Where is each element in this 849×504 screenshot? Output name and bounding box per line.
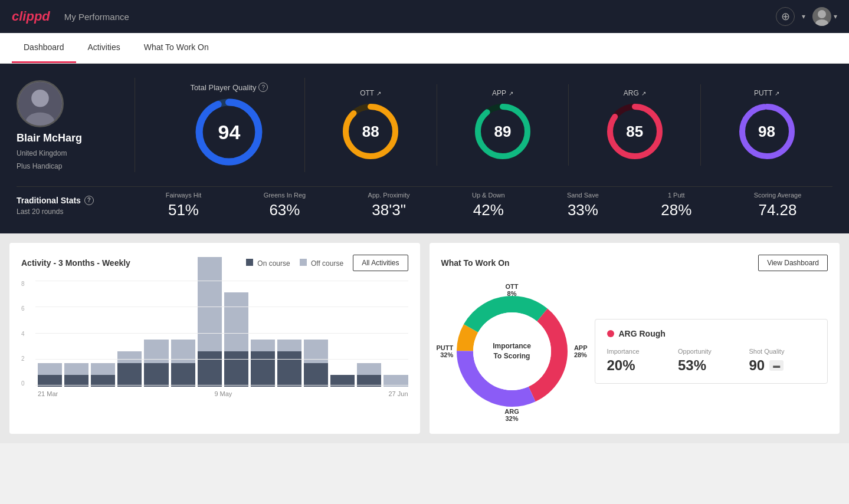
stat-items: Fairways Hit 51% Greens In Reg 63% App. …: [135, 192, 832, 219]
stat-proximity-value: 38'3": [372, 201, 406, 219]
chart-legend: On course Off course: [246, 259, 343, 268]
arg-segment-label: ARG 32%: [504, 408, 519, 422]
bar-top: [171, 340, 195, 363]
header-right: ⊕ ▾ ▾: [776, 7, 837, 26]
bar-group-6: [198, 257, 222, 387]
stat-updown-value: 42%: [473, 201, 504, 219]
activity-panel: Activity - 3 Months - Weekly On course O…: [9, 243, 420, 434]
info-importance-label: Importance: [607, 348, 674, 355]
bar-group-2: [91, 363, 115, 387]
stat-sandsave-label: Sand Save: [567, 192, 599, 199]
bar-top: [117, 351, 142, 363]
bar-top: [38, 363, 62, 375]
info-icon[interactable]: ?: [258, 83, 268, 92]
stat-fairways: Fairways Hit 51%: [166, 192, 202, 219]
player-info: Blair McHarg United Kingdom Plus Handica…: [17, 80, 135, 170]
stat-updown-label: Up & Down: [472, 192, 505, 199]
info-card-title: ARG Rough: [607, 329, 816, 338]
on-course-legend-label: On course: [257, 259, 290, 268]
all-activities-button[interactable]: All Activities: [353, 255, 408, 271]
svg-point-0: [818, 10, 826, 18]
view-dashboard-button[interactable]: View Dashboard: [758, 255, 828, 271]
tab-what-to-work-on[interactable]: What To Work On: [132, 33, 221, 63]
add-button[interactable]: ⊕: [776, 7, 795, 26]
avatar: [812, 7, 831, 26]
plus-icon: ⊕: [781, 10, 790, 23]
stat-scoring-value: 74.28: [758, 201, 796, 219]
work-content: ImportanceTo Scoring OTT 8% APP 28% ARG …: [441, 281, 828, 422]
info-importance: Importance 20%: [607, 348, 674, 374]
tab-dashboard[interactable]: Dashboard: [12, 33, 76, 63]
ott-gauge: 88: [341, 102, 400, 161]
user-avatar-button[interactable]: ▾: [812, 7, 837, 26]
bar-group-0: [38, 363, 62, 387]
bar-top: [357, 363, 381, 375]
arg-score: ARG ↗ 85: [569, 84, 701, 166]
bar-top: [64, 363, 88, 375]
header: clippd My Performance ⊕ ▾ ▾: [0, 0, 849, 33]
tab-activities[interactable]: Activities: [76, 33, 132, 63]
info-shot-quality-label: Shot Quality: [749, 348, 816, 355]
bar-bottom: [198, 351, 222, 387]
quality-scores: Total Player Quality ? 94 OTT ↗: [135, 78, 832, 172]
chevron-down-icon: ▾: [834, 12, 837, 21]
bar-group-10: [304, 340, 328, 387]
bar-bottom: [304, 363, 328, 387]
bar-top: [224, 292, 248, 351]
stats-info-icon[interactable]: ?: [84, 196, 94, 205]
hero-section: Blair McHarg United Kingdom Plus Handica…: [0, 64, 849, 233]
chevron-down-icon: ▾: [802, 12, 805, 21]
app-segment-label: APP 28%: [574, 344, 588, 358]
tabs-nav: Dashboard Activities What To Work On: [0, 33, 849, 64]
bar-group-7: [224, 292, 248, 387]
ott-label: OTT ↗: [360, 89, 381, 97]
donut-chart-container: ImportanceTo Scoring OTT 8% APP 28% ARG …: [441, 281, 583, 422]
bar-bottom: [117, 363, 142, 387]
stat-scoring-label: Scoring Average: [754, 192, 802, 199]
x-axis-labels: 21 Mar 9 May 27 Jun: [38, 390, 408, 397]
stat-greens-label: Greens In Reg: [264, 192, 306, 199]
bar-top: [144, 340, 168, 363]
ott-value: 88: [362, 123, 379, 141]
bar-top: [198, 257, 222, 351]
bar-group-3: [117, 351, 142, 387]
stat-updown: Up & Down 42%: [472, 192, 505, 219]
x-label-jun: 27 Jun: [388, 390, 408, 397]
bar-bottom: [251, 351, 275, 387]
info-shot-quality-value: 90: [749, 357, 765, 374]
logo-area: clippd My Performance: [12, 9, 129, 24]
info-shot-quality: Shot Quality 90 ▬: [749, 348, 816, 374]
bar-group-11: [330, 375, 355, 387]
player-row: Blair McHarg United Kingdom Plus Handica…: [17, 78, 832, 172]
bar-bottom: [277, 351, 301, 387]
info-opportunity-value: 53%: [678, 357, 745, 374]
off-course-legend-label: Off course: [311, 259, 343, 268]
stat-proximity: App. Proximity 38'3": [368, 192, 410, 219]
logo: clippd: [12, 9, 50, 24]
bar-group-5: [171, 340, 195, 387]
stat-sandsave: Sand Save 33%: [567, 192, 599, 219]
player-name: Blair McHarg: [17, 132, 82, 144]
shot-quality-badge: ▬: [769, 360, 784, 371]
stat-greens-value: 63%: [269, 201, 300, 219]
stat-sandsave-value: 33%: [568, 201, 598, 219]
work-header: What To Work On View Dashboard: [441, 255, 828, 271]
stat-oneputt-value: 28%: [661, 201, 691, 219]
player-country: United Kingdom: [17, 149, 67, 157]
arg-label: ARG ↗: [624, 89, 646, 97]
work-on-panel: What To Work On View Dashboard: [430, 243, 840, 434]
player-handicap: Plus Handicap: [17, 162, 62, 170]
y-axis-labels: 8 6 4 2 0: [21, 281, 25, 387]
putt-gauge: 98: [737, 102, 796, 161]
svg-point-1: [815, 19, 828, 26]
putt-score: PUTT ↗ 98: [701, 84, 832, 166]
traditional-stats-row: Traditional Stats ? Last 20 rounds Fairw…: [17, 186, 832, 219]
info-card: ARG Rough Importance 20% Opportunity 53%…: [595, 319, 828, 384]
x-label-may: 9 May: [214, 390, 232, 397]
info-opportunity-label: Opportunity: [678, 348, 745, 355]
app-label: APP ↗: [492, 89, 513, 97]
bar-group-12: [357, 363, 381, 387]
app-gauge: 89: [473, 102, 532, 161]
total-quality-value: 94: [218, 121, 240, 144]
bar-top: [383, 375, 408, 387]
